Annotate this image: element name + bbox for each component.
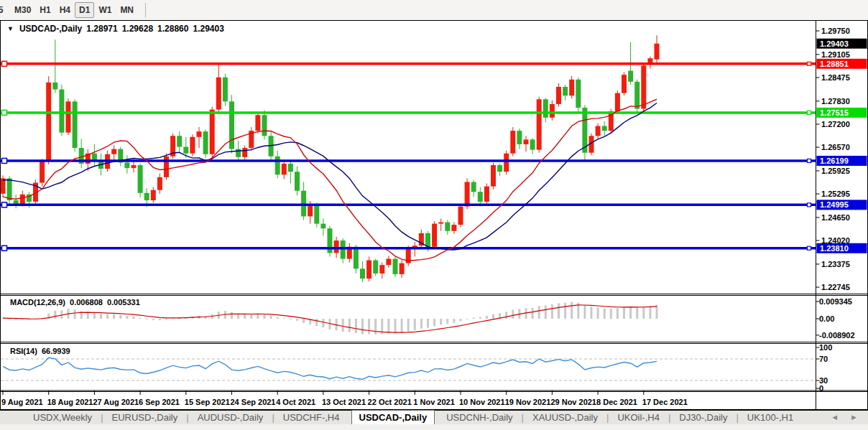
level-line-handle[interactable] xyxy=(808,203,811,207)
timeframe-button-h1[interactable]: H1 xyxy=(35,2,55,18)
candle-body xyxy=(20,195,25,204)
candle-body xyxy=(465,182,470,206)
candle-body xyxy=(622,75,627,93)
tab-usdcad-daily[interactable]: USDCAD-,Daily xyxy=(351,410,435,424)
tab-uk100-h1[interactable]: UK100-,H1 xyxy=(740,411,800,425)
chart-canvas[interactable]: 1.297501.291051.284751.278301.272001.265… xyxy=(0,20,868,430)
macd-histogram-bar xyxy=(231,312,233,319)
level-line-handle[interactable] xyxy=(808,111,811,114)
tab-usdx-weekly[interactable]: USDX,Weekly xyxy=(26,411,99,425)
macd-histogram-bar xyxy=(54,311,56,319)
rsi-axis-label: 0 xyxy=(819,384,823,393)
date-axis-label: 1 Nov 2021 xyxy=(413,398,454,406)
candle-body xyxy=(647,58,652,62)
macd-histogram-bar xyxy=(532,308,534,319)
tab-scroll-left-icon[interactable]: ◄ xyxy=(831,413,839,421)
candle-body xyxy=(504,154,509,172)
ohlc-low: 1.28860 xyxy=(157,24,188,34)
macd-histogram-bar xyxy=(492,314,494,319)
macd-histogram-bar xyxy=(322,319,324,327)
macd-histogram-bar xyxy=(257,314,259,319)
macd-histogram-bar xyxy=(159,319,161,320)
timeframe-button-m30[interactable]: M30 xyxy=(10,2,35,18)
macd-axis-label: 0.009345 xyxy=(819,297,852,306)
macd-histogram-bar xyxy=(636,308,638,319)
rsi-label: RSI(14) 66.9939 xyxy=(10,347,70,355)
macd-histogram-bar xyxy=(100,314,102,319)
price-axis-label: 1.22745 xyxy=(821,283,850,291)
tab-separator: | xyxy=(734,412,739,423)
macd-axis-label: 0.00 xyxy=(819,314,834,323)
level-line-handle[interactable] xyxy=(808,159,811,162)
macd-histogram-bar xyxy=(126,316,128,319)
price-axis-label: 1.27200 xyxy=(821,120,850,128)
macd-histogram-bar xyxy=(407,319,410,332)
candle-body xyxy=(471,182,476,192)
timeframe-button-mn[interactable]: MN xyxy=(116,2,138,18)
macd-name: MACD(12,26,9) xyxy=(10,298,65,307)
macd-histogram-bar xyxy=(486,316,488,319)
timeframe-button-d1[interactable]: D1 xyxy=(75,2,94,18)
macd-histogram-bar xyxy=(277,317,279,319)
level-line-handle[interactable] xyxy=(808,246,811,250)
date-axis-label: 15 Sep 2021 xyxy=(185,398,230,406)
date-axis-label: 19 Nov 2021 xyxy=(505,398,551,406)
candle-body xyxy=(576,80,581,108)
price-axis-label: 1.26570 xyxy=(821,143,850,151)
candle-body xyxy=(151,190,156,200)
ohlc-high: 1.29628 xyxy=(122,24,153,34)
price-axis-label: 1.23375 xyxy=(821,260,850,268)
macd-histogram-bar xyxy=(414,319,416,330)
macd-histogram-bar xyxy=(597,307,599,319)
date-axis-label: 6 Sep 2021 xyxy=(139,398,180,406)
macd-histogram-bar xyxy=(545,305,547,319)
tab-dj30-daily[interactable]: DJ30-,Daily xyxy=(672,411,734,425)
candle-body xyxy=(438,223,443,224)
candle-body xyxy=(203,131,208,154)
mt4-terminal: { "toolbar": { "timeframes": ["5", "M30"… xyxy=(0,0,868,430)
timeframe-button-h4[interactable]: H4 xyxy=(55,2,75,18)
level-line-handle[interactable] xyxy=(2,202,7,207)
current-price-badge-text: 1.29403 xyxy=(820,39,849,48)
level-line-handle[interactable] xyxy=(2,158,7,163)
rsi-name: RSI(14) xyxy=(10,347,37,355)
candle-body xyxy=(197,131,202,137)
candle-body xyxy=(393,259,398,274)
candle-body xyxy=(164,156,169,177)
level-line-handle[interactable] xyxy=(2,110,7,115)
tab-separator: | xyxy=(667,412,672,423)
level-line-handle[interactable] xyxy=(2,246,7,251)
price-axis-label: 1.27830 xyxy=(821,97,850,106)
tab-scroll-right-icon[interactable]: ► xyxy=(850,413,858,421)
candle-body xyxy=(478,192,483,202)
chart-collapse-icon[interactable]: ▼ xyxy=(7,25,14,32)
chart-title: ▼ USDCAD-,Daily 1.28971 1.29628 1.28860 … xyxy=(7,24,224,34)
level-line-handle[interactable] xyxy=(2,61,7,66)
candle-body xyxy=(425,233,430,247)
tab-xauusd-daily[interactable]: XAUUSD-,Daily xyxy=(525,411,605,425)
candle-body xyxy=(400,263,405,274)
tab-usdchf-h4[interactable]: USDCHF-,H4 xyxy=(276,411,347,425)
price-axis-label: 1.25295 xyxy=(821,190,850,198)
timeframe-button-5[interactable]: 5 xyxy=(0,2,10,18)
timeframe-button-w1[interactable]: W1 xyxy=(94,2,116,18)
candle-body xyxy=(563,87,568,95)
tab-ukoil-h4[interactable]: UKOil-,H4 xyxy=(610,411,667,425)
candle-body xyxy=(530,139,535,149)
tab-eurusd-daily[interactable]: EURUSD-,Daily xyxy=(105,411,185,425)
rsi-axis-label: 100 xyxy=(819,343,832,352)
candle-body xyxy=(52,83,57,90)
candle-body xyxy=(275,156,280,174)
macd-histogram-bar xyxy=(80,311,83,319)
candle-body xyxy=(46,83,51,162)
macd-histogram-bar xyxy=(113,314,115,319)
macd-histogram-bar xyxy=(558,303,560,319)
macd-histogram-bar xyxy=(538,306,540,319)
level-line-handle[interactable] xyxy=(808,62,811,65)
tab-usdcnh-daily[interactable]: USDCNH-,Daily xyxy=(439,411,520,425)
tab-audusd-daily[interactable]: AUDUSD-,Daily xyxy=(190,411,271,425)
candle-body xyxy=(138,165,143,193)
toolbar-separator xyxy=(145,3,146,17)
candle-body xyxy=(491,165,496,187)
macd-histogram-bar xyxy=(361,319,364,335)
